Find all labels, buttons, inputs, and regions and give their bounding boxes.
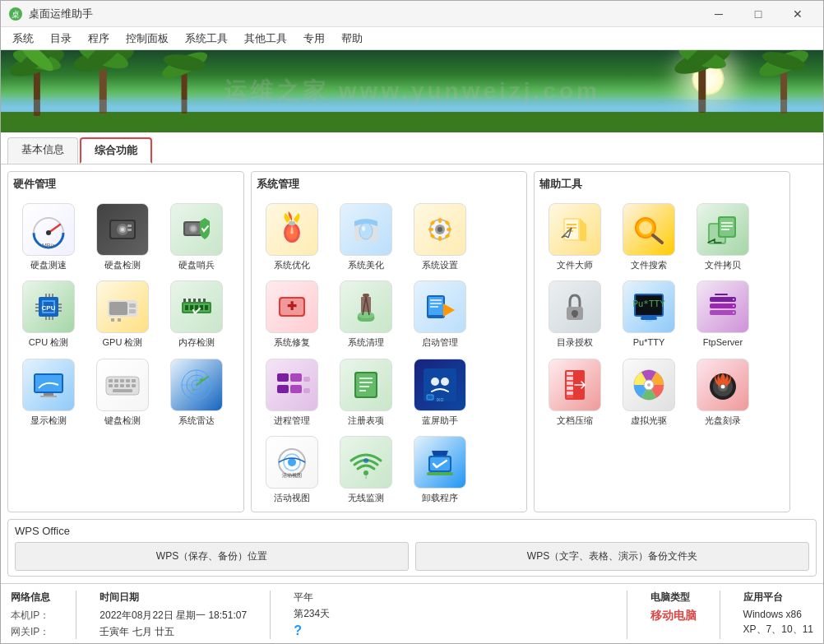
registry-icon (340, 359, 392, 411)
svg-rect-69 (188, 299, 191, 302)
boot-manage-icon (414, 280, 466, 333)
svg-text:CPU: CPU (42, 304, 56, 312)
icon-harddisk-speed[interactable]: MB/s 硬盘测速 (13, 200, 84, 274)
icon-system-radar[interactable]: 系统雷达 (161, 355, 232, 429)
menu-program[interactable]: 程序 (80, 28, 118, 49)
section-system-title: 系统管理 (257, 177, 521, 195)
svg-rect-176 (641, 317, 657, 320)
icon-doc-compress[interactable]: 文档压缩 (539, 355, 610, 429)
datetime-info-title: 时间日期 (100, 591, 247, 605)
ftpserver-icon (697, 280, 749, 333)
icon-process-manage[interactable]: 进程管理 (257, 355, 327, 429)
icon-memory-check[interactable]: 内存检测 (161, 277, 232, 351)
svg-rect-123 (430, 299, 442, 301)
svg-rect-68 (183, 299, 186, 302)
icon-system-beauty[interactable]: 系统美化 (331, 200, 401, 274)
svg-rect-177 (646, 320, 652, 322)
system-clean-label: 系统清理 (348, 336, 384, 348)
icon-gpu-check[interactable]: GPU 检测 (87, 277, 158, 351)
datetime-row: 2022年08月22日 星期一 18:51:07 (100, 609, 247, 623)
wps-save-location-button[interactable]: WPS（保存、备份）位置 (15, 542, 409, 571)
putty-icon: Pu*TTY (623, 280, 675, 333)
separator-2 (270, 591, 271, 639)
icon-putty[interactable]: Pu*TTY Pu*TTY (613, 277, 684, 351)
menu-controlpanel[interactable]: 控制面板 (118, 28, 177, 49)
icon-registry[interactable]: 注册表项 (331, 355, 401, 429)
icon-file-search[interactable]: 文件搜索 (613, 200, 684, 274)
tab-综合功能[interactable]: 综合功能 (80, 137, 152, 164)
banner: 运维之家 www.yunweizj.com (1, 50, 823, 132)
icon-system-clean[interactable]: 系统清理 (331, 277, 401, 351)
tab-bar: 基本信息 综合功能 (1, 132, 823, 164)
icon-wifi-monitor[interactable]: i 无线监测 (331, 433, 401, 507)
system-icon-grid: 系统优化 系统美化 (257, 200, 521, 507)
icon-uninstall[interactable]: 卸载程序 (405, 433, 475, 507)
system-repair-label: 系统修复 (274, 336, 310, 348)
icon-disc-burn[interactable]: 光盘刻录 (687, 355, 758, 429)
process-manage-icon (266, 359, 318, 411)
svg-rect-152 (427, 472, 453, 475)
menu-system[interactable]: 系统 (4, 28, 42, 49)
close-button[interactable]: ✕ (779, 1, 817, 27)
svg-rect-124 (430, 303, 442, 304)
title-bar: 桌 桌面运维助手 ─ □ ✕ (1, 1, 823, 27)
svg-rect-181 (733, 299, 734, 300)
icon-boot-manage[interactable]: 启动管理 (405, 277, 475, 351)
svg-rect-51 (52, 294, 53, 297)
bluescreen-label: 蓝屏助手 (422, 415, 458, 426)
system-settings-icon (414, 203, 466, 256)
icon-system-repair[interactable]: ✚ 系统修复 (257, 277, 327, 351)
platform-value: Windows x86 (743, 609, 813, 620)
icon-file-master[interactable]: 文件大师 (539, 200, 610, 274)
icon-virtual-drive[interactable]: 虚拟光驱 (613, 355, 684, 429)
svg-rect-188 (567, 377, 573, 380)
menu-systemtools[interactable]: 系统工具 (177, 28, 236, 49)
icon-harddisk-check[interactable]: 硬盘检测 (87, 200, 158, 274)
svg-rect-88 (113, 389, 132, 392)
svg-rect-190 (567, 387, 573, 390)
year-type-value: 平年 (294, 591, 313, 605)
icon-display-check[interactable]: 显示检测 (13, 355, 84, 429)
tab-basic-info[interactable]: 基本信息 (7, 137, 78, 164)
icon-ftpserver[interactable]: FtpServer (687, 277, 758, 351)
svg-rect-83 (109, 384, 113, 387)
system-clean-icon (340, 280, 392, 333)
svg-text:IXO: IXO (437, 397, 444, 402)
svg-rect-63 (185, 305, 188, 310)
wps-backup-folder-button[interactable]: WPS（文字、表格、演示）备份文件夹 (415, 542, 809, 571)
icon-activity-view[interactable]: 活动视图 活动视图 (257, 433, 327, 507)
svg-rect-131 (303, 388, 310, 393)
svg-rect-57 (129, 303, 136, 308)
activity-view-label: 活动视图 (274, 492, 310, 503)
svg-rect-58 (129, 309, 136, 313)
svg-rect-187 (567, 372, 573, 375)
main-window: 桌 桌面运维助手 ─ □ ✕ 系统 目录 程序 控制面板 系统工具 其他工具 专… (0, 0, 824, 644)
local-ip-label: 本机IP： (11, 609, 49, 623)
svg-rect-125 (430, 306, 438, 308)
icon-keyboard-check[interactable]: 键盘检测 (87, 355, 158, 429)
icon-bluescreen[interactable]: IXO 蓝屏助手 (405, 355, 475, 429)
icon-file-copy[interactable]: 文件拷贝 (687, 200, 758, 274)
maximize-button[interactable]: □ (739, 1, 777, 27)
svg-rect-129 (290, 385, 302, 393)
svg-point-94 (200, 378, 203, 382)
icon-system-optimize[interactable]: 系统优化 (257, 200, 327, 274)
menu-special[interactable]: 专用 (295, 28, 333, 49)
icon-cpu-check[interactable]: CPU (13, 277, 84, 351)
app-icon: 桌 (7, 6, 24, 22)
year-type-section: 平年 第234天 ? (294, 591, 330, 639)
menu-directory[interactable]: 目录 (42, 28, 80, 49)
icon-harddisk-sentinel[interactable]: 硬盘哨兵 (161, 200, 232, 274)
svg-rect-172 (573, 313, 576, 317)
gateway-ip-label: 网关IP： (11, 625, 49, 639)
icon-system-settings[interactable]: 系统设置 (405, 200, 475, 274)
section-system: 系统管理 (251, 171, 527, 512)
svg-rect-142 (427, 395, 433, 400)
menu-help[interactable]: 帮助 (333, 28, 371, 49)
day-of-year-value: 第234天 (294, 607, 330, 621)
system-radar-icon (170, 359, 223, 411)
minimize-button[interactable]: ─ (700, 1, 738, 27)
menu-othertools[interactable]: 其他工具 (236, 28, 295, 49)
icon-dir-auth[interactable]: 目录授权 (539, 277, 610, 351)
svg-rect-191 (567, 391, 573, 395)
